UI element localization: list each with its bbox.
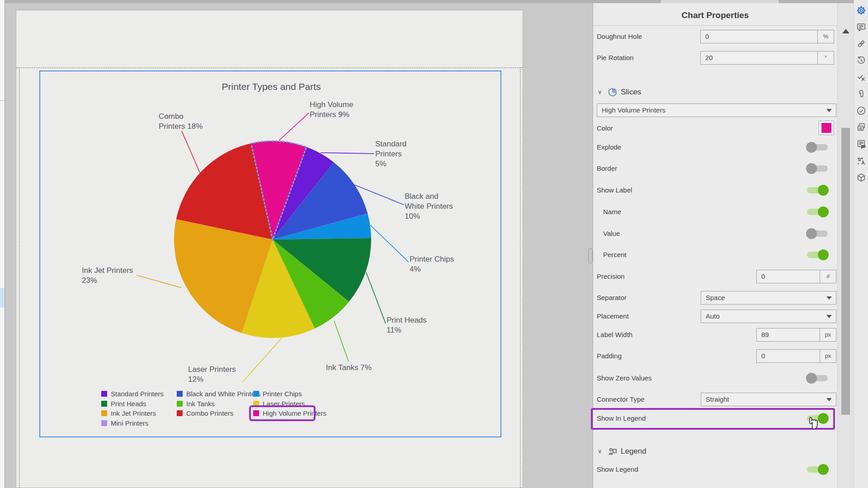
field-label: Color — [597, 122, 613, 135]
show-label-toggle[interactable] — [807, 187, 828, 193]
panel-row-pie-rotation: Pie Rotation20° — [593, 51, 837, 65]
precision-input[interactable]: 0# — [756, 270, 836, 283]
cube-3d-icon[interactable] — [855, 172, 867, 183]
name-toggle[interactable] — [807, 209, 828, 215]
field-label: Percent — [603, 248, 627, 262]
history-icon[interactable] — [855, 55, 867, 66]
panel-resize-grip[interactable] — [588, 248, 593, 263]
paperclip-icon[interactable] — [855, 88, 867, 100]
toggle-knob — [806, 142, 817, 153]
page-comment-icon[interactable] — [855, 138, 867, 150]
connector-type-dropdown[interactable]: Straight — [701, 393, 836, 406]
copy-pages-icon[interactable] — [855, 122, 867, 133]
comment-icon[interactable] — [855, 21, 867, 33]
input-value: 0 — [761, 350, 765, 362]
page-margin-guide-left — [19, 67, 20, 488]
page-margin-guide-horizontal — [16, 67, 523, 68]
legend-swatch — [101, 391, 107, 397]
label-connector — [279, 113, 309, 141]
unit-suffix: % — [817, 30, 834, 43]
left-dock-sliver[interactable] — [0, 0, 5, 488]
sliver-divider — [0, 100, 5, 101]
label-connector — [370, 225, 409, 262]
chart-selection-frame[interactable]: Printer Types and Parts High Volume Prin… — [39, 70, 501, 437]
show-zero-values-toggle[interactable] — [807, 375, 828, 381]
pie-label-black-and-white-printers: Black and White Printers 10% — [405, 192, 453, 221]
panel-row-show-legend: Show Legend — [593, 463, 837, 476]
chevron-down-icon — [826, 398, 832, 401]
pie-rotation-input[interactable]: 20° — [700, 51, 834, 65]
slice-select-dropdown[interactable]: High Volume Printers — [597, 103, 836, 117]
pie-label-standard-printers: Standard Printers 5% — [375, 139, 406, 169]
field-label: Show Label — [597, 183, 632, 197]
pie-label-combo-printers: Combo Printers 18% — [159, 112, 203, 131]
panel-row-placement: PlacementAuto — [593, 310, 837, 323]
toggle-knob — [806, 373, 817, 384]
pie-label-printer-chips: Printer Chips 4% — [410, 254, 454, 274]
unit-suffix: ° — [817, 52, 834, 64]
legend-swatch — [253, 391, 259, 397]
separator-dropdown[interactable]: Space — [701, 291, 836, 305]
toggle-knob — [806, 228, 817, 239]
label-width-input[interactable]: 89px — [756, 328, 836, 342]
panel-row-label-width: Label Width89px — [593, 328, 837, 342]
link-icon[interactable] — [855, 38, 867, 50]
unit-suffix: # — [820, 270, 836, 283]
legend-label: Standard Printers — [111, 390, 164, 398]
settings-gear-icon[interactable] — [855, 5, 867, 16]
input-value: 20 — [705, 52, 713, 64]
dropdown-value: High Volume Printers — [602, 104, 665, 117]
legend-label: Print Heads — [111, 400, 146, 408]
field-label: Connector Type — [597, 393, 645, 406]
translate-icon[interactable] — [855, 155, 867, 167]
border-toggle[interactable] — [807, 165, 828, 172]
panel-row-explode: Explode — [593, 141, 837, 154]
legend-label: Black and White Printers — [186, 390, 260, 398]
percent-toggle[interactable] — [807, 252, 828, 258]
panel-scrollbar[interactable] — [837, 3, 854, 488]
panel-row-border: Border — [593, 162, 837, 175]
toggle-knob — [818, 206, 829, 217]
top-active-tab[interactable] — [661, 0, 778, 3]
pie-label-print-heads: Print Heads 11% — [387, 315, 427, 335]
input-value: 0 — [761, 270, 765, 283]
doughnut-hole-input[interactable]: 0% — [700, 30, 834, 43]
pie-icon — [608, 87, 618, 99]
legend-swatch — [101, 401, 107, 407]
chevron-down-icon[interactable]: ∨ — [598, 89, 602, 95]
scrollbar-thumb[interactable] — [841, 128, 850, 415]
validate-check-x-icon[interactable] — [855, 71, 867, 83]
legend-swatch — [101, 410, 107, 416]
legend-swatch — [101, 420, 107, 426]
chart-properties-panel: Chart Properties Doughnut Hole0%Pie Rota… — [593, 3, 837, 488]
padding-input[interactable]: 0px — [756, 349, 836, 363]
value-toggle[interactable] — [807, 230, 828, 237]
chevron-down-icon[interactable]: ∨ — [598, 448, 602, 455]
right-toolbar — [854, 0, 868, 488]
chevron-down-icon — [826, 315, 832, 318]
explode-toggle[interactable] — [807, 144, 828, 150]
show-legend-toggle[interactable] — [807, 466, 828, 473]
placement-dropdown[interactable]: Auto — [701, 310, 836, 323]
legend-swatch — [177, 410, 183, 416]
legend-swatch — [177, 401, 183, 407]
label-connector — [182, 131, 203, 180]
unit-suffix: px — [820, 328, 836, 341]
panel-row-show-zero-values: Show Zero Values — [593, 371, 837, 385]
field-label: Doughnut Hole — [597, 30, 642, 43]
legend-label: Mini Printers — [111, 419, 148, 427]
slice-color-swatch[interactable] — [819, 121, 834, 135]
label-connector — [321, 153, 374, 154]
hand-cursor — [807, 415, 821, 430]
panel-row-slices: ∨Slices — [593, 85, 837, 99]
panel-row-separator: SeparatorSpace — [593, 291, 837, 305]
legend-icon — [608, 446, 618, 458]
input-value: 0 — [705, 30, 709, 43]
legend-item-highlight-box — [249, 405, 316, 421]
scrollbar-up-arrow-icon[interactable] — [842, 29, 849, 33]
label-connector — [334, 321, 349, 361]
sliver-selection-highlight[interactable] — [0, 288, 5, 308]
check-circle-icon[interactable] — [855, 105, 867, 117]
field-label: Explode — [597, 141, 621, 154]
field-label: Border — [597, 162, 617, 175]
